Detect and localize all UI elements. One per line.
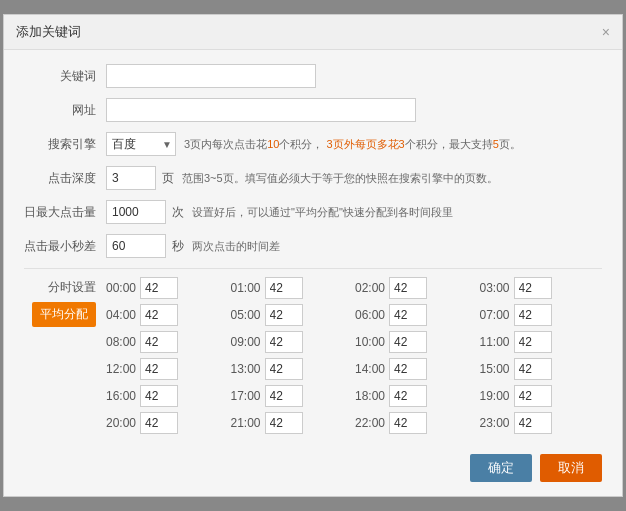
time-hour-input[interactable]: [514, 331, 552, 353]
search-engine-label: 搜索引擎: [24, 136, 96, 153]
click-depth-label: 点击深度: [24, 170, 96, 187]
time-cell: 16:00: [106, 385, 229, 407]
time-hour-input[interactable]: [389, 277, 427, 299]
time-hour-input[interactable]: [514, 412, 552, 434]
time-hour-input[interactable]: [265, 331, 303, 353]
time-hour-input[interactable]: [514, 277, 552, 299]
add-keyword-dialog: 添加关键词 × 关键词 网址 搜索引擎 百度 Google 360 搜狗 ▼: [3, 14, 623, 497]
time-hour-input[interactable]: [389, 385, 427, 407]
daily-max-row: 日最大点击量 次 设置好后，可以通过"平均分配"快速分配到各时间段里: [24, 200, 602, 224]
time-hour-input[interactable]: [140, 331, 178, 353]
time-hour-label: 08:00: [106, 335, 136, 349]
time-cell: 09:00: [231, 331, 354, 353]
time-hour-input[interactable]: [140, 304, 178, 326]
avg-distribute-button[interactable]: 平均分配: [32, 302, 96, 327]
time-hour-input[interactable]: [140, 385, 178, 407]
time-hour-label: 10:00: [355, 335, 385, 349]
time-hour-input[interactable]: [265, 277, 303, 299]
confirm-button[interactable]: 确定: [470, 454, 532, 482]
time-cell: 05:00: [231, 304, 354, 326]
search-engine-row: 搜索引擎 百度 Google 360 搜狗 ▼ 3页内每次点击花10个积分， 3…: [24, 132, 602, 156]
dialog-title-bar: 添加关键词 ×: [4, 15, 622, 50]
time-cell: 01:00: [231, 277, 354, 299]
daily-max-hint: 设置好后，可以通过"平均分配"快速分配到各时间段里: [192, 205, 453, 220]
time-hour-input[interactable]: [265, 412, 303, 434]
click-depth-hint: 范围3~5页。填写值必须大于等于您的快照在搜索引擎中的页数。: [182, 171, 498, 186]
min-interval-unit: 秒: [172, 238, 184, 255]
daily-max-unit: 次: [172, 204, 184, 221]
url-label: 网址: [24, 102, 96, 119]
keyword-label: 关键词: [24, 68, 96, 85]
time-cell: 08:00: [106, 331, 229, 353]
time-cell: 21:00: [231, 412, 354, 434]
url-row: 网址: [24, 98, 602, 122]
min-interval-row: 点击最小秒差 秒 两次点击的时间差: [24, 234, 602, 258]
time-cell: 12:00: [106, 358, 229, 380]
time-hour-input[interactable]: [514, 304, 552, 326]
time-hour-input[interactable]: [514, 358, 552, 380]
time-hour-label: 12:00: [106, 362, 136, 376]
time-hour-input[interactable]: [265, 304, 303, 326]
close-button[interactable]: ×: [602, 24, 610, 40]
time-hour-input[interactable]: [389, 304, 427, 326]
dialog-footer: 确定 取消: [4, 444, 622, 496]
time-cell: 20:00: [106, 412, 229, 434]
time-hour-input[interactable]: [140, 412, 178, 434]
click-depth-unit: 页: [162, 170, 174, 187]
time-hour-label: 00:00: [106, 281, 136, 295]
time-cell: 02:00: [355, 277, 478, 299]
time-hour-input[interactable]: [140, 277, 178, 299]
time-cell: 04:00: [106, 304, 229, 326]
keyword-row: 关键词: [24, 64, 602, 88]
time-cell: 23:00: [480, 412, 603, 434]
time-section: 分时设置 平均分配 00:0001:0002:0003:0004:0005:00…: [24, 277, 602, 434]
time-cell: 07:00: [480, 304, 603, 326]
search-engine-select-wrap: 百度 Google 360 搜狗 ▼: [106, 132, 176, 156]
min-interval-hint: 两次点击的时间差: [192, 239, 280, 254]
time-hour-label: 21:00: [231, 416, 261, 430]
time-cell: 19:00: [480, 385, 603, 407]
cancel-button[interactable]: 取消: [540, 454, 602, 482]
search-engine-select[interactable]: 百度 Google 360 搜狗: [106, 132, 176, 156]
divider: [24, 268, 602, 269]
dialog-title-text: 添加关键词: [16, 23, 81, 41]
time-hour-label: 17:00: [231, 389, 261, 403]
daily-max-label: 日最大点击量: [24, 204, 96, 221]
time-hour-label: 06:00: [355, 308, 385, 322]
time-hour-label: 22:00: [355, 416, 385, 430]
url-input[interactable]: [106, 98, 416, 122]
time-hour-input[interactable]: [389, 412, 427, 434]
time-grid: 00:0001:0002:0003:0004:0005:0006:0007:00…: [106, 277, 602, 434]
time-hour-label: 04:00: [106, 308, 136, 322]
time-hour-label: 18:00: [355, 389, 385, 403]
time-cell: 14:00: [355, 358, 478, 380]
daily-max-input[interactable]: [106, 200, 166, 224]
time-hour-input[interactable]: [265, 358, 303, 380]
time-cell: 18:00: [355, 385, 478, 407]
time-cell: 06:00: [355, 304, 478, 326]
dialog-body: 关键词 网址 搜索引擎 百度 Google 360 搜狗 ▼ 3页内每次点击花1…: [4, 50, 622, 444]
time-label-col: 分时设置 平均分配: [24, 277, 96, 327]
min-interval-label: 点击最小秒差: [24, 238, 96, 255]
time-hour-label: 05:00: [231, 308, 261, 322]
time-hour-label: 13:00: [231, 362, 261, 376]
time-hour-input[interactable]: [265, 385, 303, 407]
keyword-input[interactable]: [106, 64, 316, 88]
time-cell: 15:00: [480, 358, 603, 380]
time-hour-label: 01:00: [231, 281, 261, 295]
time-hour-input[interactable]: [389, 331, 427, 353]
time-cell: 22:00: [355, 412, 478, 434]
time-cell: 00:00: [106, 277, 229, 299]
time-hour-label: 07:00: [480, 308, 510, 322]
time-hour-input[interactable]: [140, 358, 178, 380]
time-cell: 17:00: [231, 385, 354, 407]
search-engine-hint: 3页内每次点击花10个积分， 3页外每页多花3个积分，最大支持5页。: [184, 137, 521, 152]
time-hour-label: 19:00: [480, 389, 510, 403]
time-hour-label: 16:00: [106, 389, 136, 403]
time-hour-input[interactable]: [389, 358, 427, 380]
click-depth-input[interactable]: [106, 166, 156, 190]
time-hour-input[interactable]: [514, 385, 552, 407]
time-hour-label: 20:00: [106, 416, 136, 430]
time-hour-label: 03:00: [480, 281, 510, 295]
min-interval-input[interactable]: [106, 234, 166, 258]
